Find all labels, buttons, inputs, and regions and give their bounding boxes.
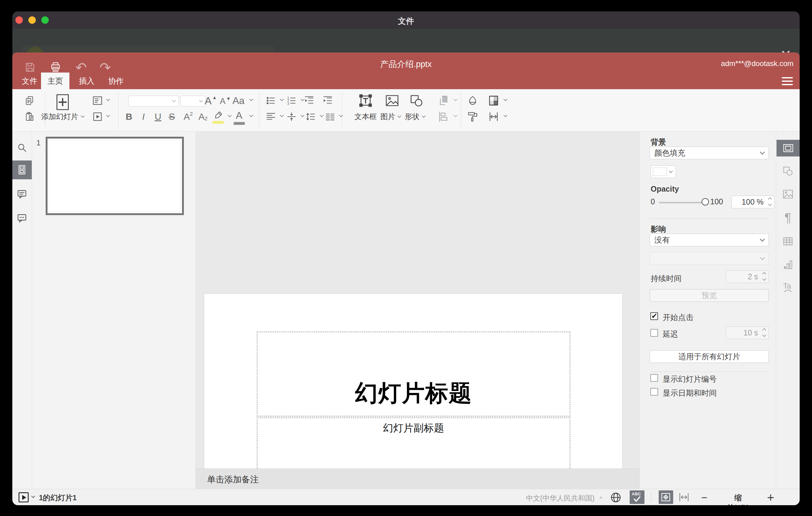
add-slide-button[interactable]: 添加幻灯片 xyxy=(41,112,84,122)
horizontal-align-icon[interactable] xyxy=(266,111,276,122)
delay-checkbox[interactable] xyxy=(650,329,658,337)
image-button[interactable]: 图片 xyxy=(380,112,401,122)
tab-collaboration[interactable]: 协作 xyxy=(102,73,130,89)
document-title: 产品介绍.pptx xyxy=(12,59,800,70)
shape-icon[interactable] xyxy=(409,94,424,107)
show-slide-number-checkbox[interactable] xyxy=(650,374,658,382)
text-art-settings-icon[interactable]: Ta xyxy=(782,281,794,293)
effect-variant-select[interactable] xyxy=(650,252,769,265)
image-icon[interactable] xyxy=(385,94,399,107)
strikethrough-button[interactable]: S xyxy=(169,111,175,122)
font-color-chevron-icon[interactable] xyxy=(249,113,253,117)
preview-button[interactable]: 预览 xyxy=(650,289,769,302)
increase-font-button[interactable]: A▲ xyxy=(205,95,217,107)
bullet-list-icon[interactable] xyxy=(266,95,276,106)
chat-icon[interactable] xyxy=(17,213,27,224)
fit-to-slide-toggle[interactable] xyxy=(659,490,673,504)
comments-icon[interactable] xyxy=(17,189,27,199)
fit-to-width-icon[interactable] xyxy=(678,492,690,503)
columns-chevron-icon[interactable] xyxy=(339,113,343,117)
numbered-list-icon[interactable]: 123 xyxy=(286,95,297,106)
change-case-chevron-icon[interactable] xyxy=(249,97,253,101)
font-name-select[interactable] xyxy=(128,96,179,107)
align-objects-chevron-icon[interactable] xyxy=(454,113,458,117)
font-size-select[interactable] xyxy=(180,96,206,107)
opacity-input[interactable]: 100 % xyxy=(731,196,774,208)
copy-icon[interactable] xyxy=(25,96,34,106)
arrange-icon[interactable] xyxy=(438,95,450,107)
slideshow-mode-chevron-icon[interactable] xyxy=(31,494,35,498)
language-selector[interactable]: 中文(中华人民共和国) ^ xyxy=(526,493,602,503)
zoom-out-button[interactable]: − xyxy=(701,492,707,504)
shape-settings-icon[interactable] xyxy=(782,165,793,176)
tab-file[interactable]: 文件 xyxy=(16,73,44,89)
duration-input[interactable]: 2 s xyxy=(726,270,769,283)
subtitle-placeholder[interactable]: 幻灯片副标题 xyxy=(257,417,571,474)
increase-indent-icon[interactable] xyxy=(322,95,333,106)
copy-style-icon[interactable] xyxy=(467,111,478,122)
color-scheme-icon[interactable] xyxy=(488,95,499,107)
slide-thumbnail-selected[interactable] xyxy=(46,137,184,215)
superscript-button[interactable]: A2 xyxy=(183,111,193,122)
zoom-in-button[interactable]: + xyxy=(767,491,774,505)
start-on-click-checkbox[interactable]: ✔ xyxy=(650,312,658,320)
hamburger-menu-icon[interactable] xyxy=(782,77,793,87)
search-icon[interactable] xyxy=(17,142,27,153)
paragraph-settings-icon[interactable]: ¶ xyxy=(785,211,791,225)
chart-settings-icon[interactable] xyxy=(782,260,793,270)
slide-settings-tab-active[interactable] xyxy=(777,140,800,156)
vertical-align-icon[interactable] xyxy=(286,111,297,122)
tab-insert[interactable]: 插入 xyxy=(72,73,101,89)
underline-button[interactable]: U xyxy=(154,111,161,122)
textbox-button[interactable]: 文本框 xyxy=(354,112,377,122)
effect-select[interactable]: 没有 xyxy=(650,234,769,246)
workspace: 1 幻灯片标题 幻灯片副标题 单击添加备注 背景 颜色填充 xyxy=(12,132,800,489)
subscript-button[interactable]: A2 xyxy=(198,111,207,122)
change-case-button[interactable]: Aa xyxy=(232,95,244,107)
line-spacing-icon[interactable] xyxy=(306,111,316,122)
line-spacing-chevron-icon[interactable] xyxy=(320,113,324,117)
highlight-chevron-icon[interactable] xyxy=(228,113,232,117)
start-slideshow-status-button[interactable] xyxy=(19,492,29,503)
columns-icon[interactable] xyxy=(325,111,335,122)
align-objects-icon[interactable] xyxy=(438,111,450,122)
background-color-swatch-button[interactable] xyxy=(651,165,676,178)
notes-area[interactable]: 单击添加备注 xyxy=(195,468,640,489)
slides-panel-tab-active[interactable] xyxy=(12,161,32,179)
decrease-font-button[interactable]: A▼ xyxy=(220,96,231,106)
highlight-color-button[interactable] xyxy=(213,111,223,120)
slide-size-chevron-icon[interactable] xyxy=(503,113,508,117)
shape-button[interactable]: 形状 xyxy=(405,112,425,122)
arrange-chevron-icon[interactable] xyxy=(454,97,458,101)
bullet-list-chevron-icon[interactable] xyxy=(280,97,284,101)
vertical-align-chevron-icon[interactable] xyxy=(300,113,304,117)
slide-layout-chevron-icon[interactable] xyxy=(106,97,110,101)
paste-icon[interactable] xyxy=(25,112,34,122)
tab-home[interactable]: 主页 xyxy=(41,73,69,89)
add-slide-icon[interactable] xyxy=(56,94,70,111)
delay-input[interactable]: 10 s xyxy=(726,326,769,339)
bold-button[interactable]: B xyxy=(125,111,132,122)
document-language-icon[interactable] xyxy=(610,492,622,503)
spell-check-toggle[interactable]: ABC xyxy=(630,490,644,504)
spinner-arrows-icon[interactable] xyxy=(768,198,771,205)
title-placeholder[interactable]: 幻灯片标题 xyxy=(257,332,571,417)
slide-size-icon[interactable] xyxy=(488,111,499,122)
clear-style-icon[interactable] xyxy=(467,95,478,106)
textbox-icon[interactable] xyxy=(358,93,373,108)
decrease-indent-icon[interactable] xyxy=(304,95,314,106)
horizontal-align-chevron-icon[interactable] xyxy=(280,113,284,117)
image-settings-icon[interactable] xyxy=(782,189,793,199)
slideshow-chevron-icon[interactable] xyxy=(106,113,110,117)
apply-to-all-slides-button[interactable]: 适用于所有幻灯片 xyxy=(650,350,769,363)
font-color-button[interactable]: A xyxy=(236,110,242,121)
show-date-time-checkbox[interactable] xyxy=(650,388,658,396)
opacity-slider-track[interactable] xyxy=(659,202,706,203)
table-settings-icon[interactable] xyxy=(782,236,793,246)
opacity-slider-thumb[interactable] xyxy=(701,198,709,205)
color-scheme-chevron-icon[interactable] xyxy=(503,97,508,101)
background-fill-select[interactable]: 颜色填充 xyxy=(650,147,769,159)
slide-layout-icon[interactable] xyxy=(92,95,103,106)
italic-button[interactable]: I xyxy=(142,111,145,122)
start-slideshow-icon[interactable] xyxy=(92,111,103,122)
